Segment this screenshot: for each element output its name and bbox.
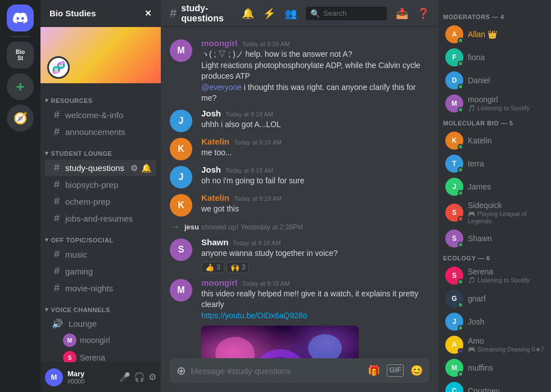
- message-author: Shawn: [201, 237, 228, 247]
- voice-user-name: Serena: [80, 353, 105, 362]
- channel-movie-nights[interactable]: # movie-nights: [45, 280, 156, 296]
- channel-study-questions[interactable]: # study-questions ⚙ 🔔: [45, 160, 156, 176]
- notification-icon[interactable]: 🔔: [141, 163, 152, 173]
- reaction-thumbsup[interactable]: 👍 3: [201, 262, 224, 273]
- member-name: fiona: [468, 53, 485, 62]
- members-icon[interactable]: 👥: [284, 7, 297, 20]
- channel-biopsych-prep[interactable]: # biopsych-prep: [45, 177, 156, 193]
- message-input[interactable]: [191, 366, 363, 376]
- channel-name: jobs-and-resumes: [65, 214, 133, 223]
- message-author: moongirl: [201, 38, 237, 48]
- server-divider: [11, 36, 29, 37]
- mic-toggle[interactable]: 🎤: [119, 372, 130, 382]
- help-icon[interactable]: ❓: [417, 7, 430, 20]
- category-resources[interactable]: ▾ Resources: [40, 88, 161, 106]
- member-info: Sidequick 🎮 Playing League of Legends: [468, 201, 544, 224]
- video-link[interactable]: https://youtu.be/OiDx6aQ928o: [201, 311, 307, 320]
- member-shawn[interactable]: S Shawn: [441, 227, 549, 250]
- add-attachment-button[interactable]: ⊕: [177, 364, 186, 377]
- member-status: 🎮 Playing League of Legends: [468, 210, 544, 224]
- voice-user-moongirl[interactable]: M moongirl: [45, 332, 156, 349]
- member-courtney[interactable]: C Courtney: [441, 380, 549, 392]
- user-settings-button[interactable]: ⚙: [148, 372, 156, 382]
- member-moongirl[interactable]: M moongirl 🎵 Listening to Spotify: [441, 92, 549, 115]
- member-sidequick[interactable]: S Sidequick 🎮 Playing League of Legends: [441, 199, 549, 227]
- emoji-button[interactable]: 😊: [410, 364, 423, 377]
- message-text: uhhh i also got A...LOL: [201, 119, 430, 130]
- member-amo[interactable]: A Amo 🎮 Streaming Drawing 5★7: [441, 334, 549, 356]
- channel-welcome-info[interactable]: # welcome-&-info: [45, 107, 156, 123]
- member-name: Shawn: [468, 234, 492, 243]
- message-header: Josh Today at 9:18 AM: [201, 109, 430, 118]
- message-content: Josh Today at 9:18 AM uhhh i also got A.…: [201, 109, 430, 130]
- video-thumbnail[interactable]: ▶: [201, 326, 359, 358]
- svg-point-2: [308, 334, 342, 358]
- member-terra[interactable]: T terra: [441, 152, 549, 175]
- system-message: → jesu showed up! Yesterday at 2:38PM: [161, 219, 439, 235]
- message-content: Katelin Today at 9:18 AM me too...: [201, 137, 430, 159]
- channel-announcements[interactable]: # announcements: [45, 124, 156, 140]
- member-james[interactable]: J James: [441, 175, 549, 198]
- channel-name: welcome-&-info: [65, 110, 123, 120]
- category-voice[interactable]: ▾ Voice Channels: [40, 297, 161, 316]
- category-student-lounge[interactable]: ▾ Student Lounge: [40, 141, 161, 159]
- channels-list: ▾ Resources # welcome-&-info # announcem…: [40, 83, 161, 362]
- message-content: Shawn Today at 9:18 AM anyone wanna stud…: [201, 237, 430, 273]
- settings-icon[interactable]: ⚙: [130, 163, 138, 173]
- channel-name: ochem-prep: [65, 197, 110, 206]
- member-category-molecular-bio: Molecular Bio — 5: [439, 115, 551, 129]
- member-fiona[interactable]: F fiona: [441, 46, 549, 69]
- member-name: Allan 👑: [468, 30, 497, 39]
- gif-button[interactable]: GIF: [387, 364, 404, 377]
- message-time: Today at 9:18 AM: [234, 195, 282, 202]
- bell-icon[interactable]: 🔔: [242, 7, 254, 20]
- member-josh[interactable]: J Josh: [441, 310, 549, 333]
- member-info: Allan 👑: [468, 30, 497, 39]
- member-muffins[interactable]: M muffins: [441, 357, 549, 379]
- member-gnarf[interactable]: G gnarf: [441, 287, 549, 310]
- status-indicator: [458, 38, 463, 43]
- avatar: S: [170, 238, 192, 261]
- member-serena[interactable]: S Serena 🎵 Listening to Spotify: [441, 264, 549, 287]
- message: M moongirl Today at 9:18 AM this video r…: [161, 276, 439, 358]
- avatar: J: [170, 166, 192, 188]
- channel-ochem-prep[interactable]: # ochem-prep: [45, 193, 156, 210]
- search-box[interactable]: 🔍 Search: [306, 7, 387, 20]
- discord-home-button[interactable]: [7, 4, 34, 31]
- member-katelin[interactable]: K Katelin: [441, 129, 549, 152]
- reaction-clap[interactable]: 🙌 3: [227, 262, 250, 273]
- add-server-button[interactable]: +: [7, 73, 34, 100]
- message-time: Today at 9:18 AM: [242, 280, 290, 287]
- channel-jobs-resumes[interactable]: # jobs-and-resumes: [45, 210, 156, 227]
- voice-user-serena[interactable]: S Serena: [45, 349, 156, 362]
- current-user-tag: #0000: [67, 378, 115, 385]
- message-text: oh no i'm going to fail for sure: [201, 175, 430, 187]
- member-daniel[interactable]: D Daniel: [441, 69, 549, 92]
- chevron-icon: ✕: [144, 8, 152, 19]
- avatar: K: [170, 194, 192, 217]
- headset-toggle[interactable]: 🎧: [134, 372, 145, 382]
- member-avatar: F: [445, 48, 463, 66]
- messages-area: M moongirl Today at 9:18 AM ヽ( ; ▽ ; )ノ …: [161, 27, 439, 358]
- message-text: we got this: [201, 204, 430, 215]
- category-off-topic[interactable]: ▾ Off Topic/Social: [40, 227, 161, 246]
- explore-servers-button[interactable]: 🧭: [7, 105, 34, 132]
- message-header: moongirl Today at 9:18 AM: [201, 278, 430, 287]
- member-name: moongirl: [468, 95, 530, 104]
- member-name: Daniel: [468, 76, 490, 85]
- channel-name: announcements: [65, 127, 125, 137]
- member-info: terra: [468, 159, 484, 168]
- channel-name: study-questions: [65, 163, 124, 173]
- inbox-icon[interactable]: 📥: [396, 7, 408, 20]
- member-allan[interactable]: A Allan 👑: [441, 23, 549, 46]
- member-info: moongirl 🎵 Listening to Spotify: [468, 95, 530, 112]
- member-info: Daniel: [468, 76, 490, 85]
- channel-music[interactable]: # music: [45, 246, 156, 263]
- server-header[interactable]: Bio Studies ✕: [40, 0, 161, 27]
- server-bio-studies[interactable]: BioSt: [7, 42, 34, 69]
- gift-icon[interactable]: 🎁: [368, 364, 380, 377]
- channel-header-name: study-questions: [181, 3, 237, 24]
- boost-icon[interactable]: ⚡: [263, 7, 276, 20]
- channel-gaming[interactable]: # gaming: [45, 263, 156, 280]
- voice-lounge[interactable]: 🔊 Lounge: [45, 316, 156, 331]
